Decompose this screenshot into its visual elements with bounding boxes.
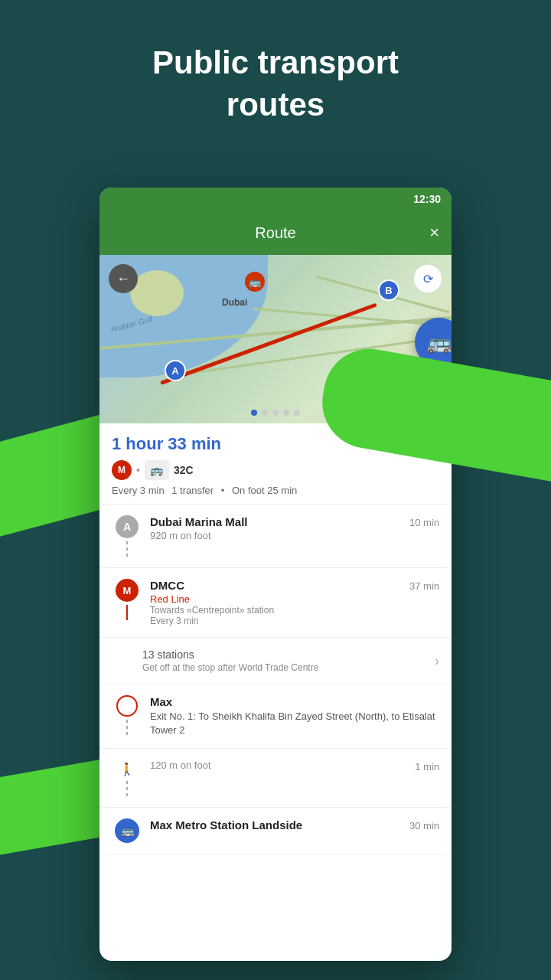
stations-sub: Get off at the stop after World Trade Ce… — [142, 662, 318, 673]
step-direction: Towards «Centrepoint» station — [150, 605, 409, 616]
step-max-metro-landside: 🚌 Max Metro Station Landside 30 min — [99, 808, 452, 854]
step-icon-2: M — [116, 579, 139, 602]
stations-row: 13 stations Get off at the stop after Wo… — [142, 648, 439, 673]
step-dubai-marina-mall: A Dubai Marina Mall 920 m on foot 10 min — [99, 505, 452, 568]
step-name-2: DMCC — [150, 579, 409, 592]
marker-b: B — [378, 279, 399, 301]
step-content-3: Max Exit No. 1: To Sheikh Khalifa Bin Za… — [142, 695, 439, 737]
steps-list: A Dubai Marina Mall 920 m on foot 10 min… — [99, 505, 452, 961]
bus-marker: 🚌 — [245, 272, 265, 292]
route-on-foot: On foot 25 min — [232, 485, 297, 496]
map-back-button[interactable]: ← — [109, 264, 138, 293]
walk-icon: 🚶 — [118, 760, 136, 778]
title-line1: Public transport — [152, 44, 399, 80]
step-icon-col-1: A — [112, 515, 142, 557]
map-refresh-button[interactable]: ⟳ — [413, 264, 442, 293]
map-dot-2 — [262, 410, 268, 416]
step-line-3 — [126, 720, 128, 735]
step-stations[interactable]: 13 stations Get off at the stop after Wo… — [99, 638, 452, 684]
step-line-label: Red Line — [150, 593, 409, 605]
marker-a: A — [165, 360, 186, 381]
stations-info: 13 stations Get off at the stop after Wo… — [142, 648, 439, 673]
phone-card: 12:30 Route × A B 🚌 Arabian Gulf Du — [99, 188, 452, 961]
step-line-1 — [126, 541, 128, 557]
step-icon-5: 🚌 — [115, 818, 139, 843]
step-name-5: Max Metro Station Landside — [150, 818, 409, 831]
route-header: Route × — [99, 211, 452, 255]
status-bar: 12:30 — [99, 188, 452, 211]
status-time: 12:30 — [413, 193, 441, 205]
step-exit-text: Exit No. 1: To Sheikh Khalifa Bin Zayed … — [150, 710, 439, 737]
mode-separator: • — [136, 464, 140, 476]
step-line-2 — [126, 605, 128, 620]
step-time-5: 30 min — [409, 818, 439, 831]
map-dot-4 — [283, 410, 289, 416]
step-line-4 — [126, 781, 128, 796]
map-dots — [251, 410, 300, 416]
step-icon-1: A — [116, 515, 139, 538]
step-foot-120: 🚶 120 m on foot 1 min — [99, 749, 452, 808]
step-time-2: 37 min — [409, 579, 439, 592]
map-dot-1 — [251, 410, 257, 416]
step-icon-col-3 — [112, 695, 142, 735]
stations-info-text: 13 stations Get off at the stop after Wo… — [142, 648, 318, 673]
step-icon-col-2: M — [112, 579, 142, 620]
bus-mode-icon: 🚌 — [145, 460, 169, 480]
page-title: Public transport routes — [0, 0, 551, 126]
step-freq: Every 3 min — [150, 616, 409, 626]
step-max: Max Exit No. 1: To Sheikh Khalifa Bin Za… — [99, 684, 452, 749]
chevron-down-icon: › — [435, 653, 439, 669]
header-title: Route — [255, 224, 295, 242]
step-name-4: 120 m on foot — [150, 760, 415, 771]
step-content-4: 120 m on foot — [142, 760, 415, 771]
route-transfers: 1 transfer — [171, 485, 214, 496]
route-frequency: Every 3 min — [112, 485, 165, 496]
step-content-5: Max Metro Station Landside — [142, 818, 409, 833]
step-content-1: Dubai Marina Mall 920 m on foot — [142, 515, 409, 541]
step-content-2: DMCC Red Line Towards «Centrepoint» stat… — [142, 579, 409, 626]
bus-number: 32C — [174, 464, 194, 476]
step-time-1: 10 min — [409, 515, 439, 528]
close-button[interactable]: × — [429, 224, 439, 241]
step-sub-1: 920 m on foot — [150, 530, 409, 541]
step-icon-col-4: 🚶 — [112, 760, 142, 796]
route-separator: • — [221, 485, 225, 496]
step-name-1: Dubai Marina Mall — [150, 515, 409, 528]
dubai-map-label: Dubai — [222, 297, 247, 308]
step-name-3: Max — [150, 695, 439, 708]
metro-mode-icon: M — [112, 460, 132, 480]
stations-count: 13 stations — [142, 648, 318, 661]
step-icon-col-5: 🚌 — [112, 818, 142, 843]
route-meta: Every 3 min 1 transfer • On foot 25 min — [112, 485, 439, 496]
route-modes: M • 🚌 32C — [112, 460, 439, 480]
map-dot-5 — [294, 410, 300, 416]
step-icon-3 — [116, 695, 138, 717]
title-line2: routes — [227, 87, 324, 122]
step-time-4: 1 min — [415, 760, 439, 773]
palm-island — [130, 270, 184, 316]
map-dot-3 — [272, 410, 279, 416]
step-dmcc: M DMCC Red Line Towards «Centrepoint» st… — [99, 568, 452, 638]
